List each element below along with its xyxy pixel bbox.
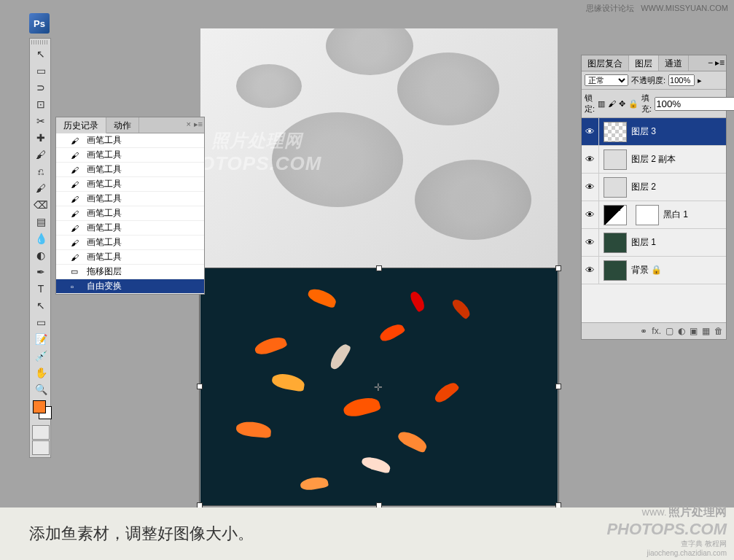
tab-actions[interactable]: 动作 xyxy=(106,117,139,133)
layer-name-label[interactable]: 图层 1 xyxy=(631,236,726,249)
blur-tool[interactable]: 💧 xyxy=(32,230,50,246)
zoom-tool[interactable]: 🔍 xyxy=(32,381,50,397)
adjustment-layer-icon[interactable]: ◐ xyxy=(678,326,685,336)
visibility-eye-icon[interactable]: 👁 xyxy=(582,201,599,228)
history-items-list: 🖌画笔工具🖌画笔工具🖌画笔工具🖌画笔工具🖌画笔工具🖌画笔工具🖌画笔工具🖌画笔工具… xyxy=(56,133,204,294)
visibility-eye-icon[interactable]: 👁 xyxy=(582,118,599,145)
panel-menu-icon[interactable]: ▸≡ xyxy=(715,58,725,68)
layer-mask-thumbnail[interactable] xyxy=(636,205,659,225)
document-canvas[interactable]: WWW. 照片处理网 PHOTOPS.COM ✛ xyxy=(200,28,558,506)
tab-channels[interactable]: 通道 xyxy=(659,55,689,71)
fill-input[interactable] xyxy=(655,97,734,111)
history-item[interactable]: 🖌画笔工具 xyxy=(56,177,204,192)
layer-thumbnail[interactable] xyxy=(604,122,627,142)
layer-row[interactable]: 👁黑白 1 xyxy=(582,201,726,229)
layer-thumbnail[interactable] xyxy=(604,149,627,170)
layer-name-label[interactable]: 图层 2 xyxy=(631,181,726,193)
eyedropper-tool[interactable]: 💉 xyxy=(32,348,50,364)
history-item[interactable]: 🖌画笔工具 xyxy=(56,163,204,177)
visibility-eye-icon[interactable]: 👁 xyxy=(582,229,599,256)
history-item[interactable]: 🖌画笔工具 xyxy=(56,192,204,206)
notes-tool[interactable]: 📝 xyxy=(32,331,50,347)
opacity-input[interactable] xyxy=(668,74,695,86)
layer-row[interactable]: 👁背景 🔒 xyxy=(582,257,726,284)
history-item[interactable]: 🖌画笔工具 xyxy=(56,133,204,148)
link-layers-icon[interactable]: ⚭ xyxy=(640,326,647,336)
layers-lock-row: 锁定: ▥ 🖌 ✥ 🔒 填充: ▸ xyxy=(582,90,726,118)
foreground-color-swatch[interactable] xyxy=(33,400,46,413)
slice-tool[interactable]: ✂ xyxy=(32,113,50,129)
layer-mask-icon[interactable]: ▢ xyxy=(665,326,674,336)
lock-pixels-icon[interactable]: 🖌 xyxy=(608,99,616,108)
blend-mode-select[interactable]: 正常 xyxy=(585,74,628,86)
history-panel: 历史记录 动作 × ▸≡ 🖌画笔工具🖌画笔工具🖌画笔工具🖌画笔工具🖌画笔工具🖌画… xyxy=(55,117,205,295)
lock-position-icon[interactable]: ✥ xyxy=(619,99,625,109)
layer-thumbnail[interactable] xyxy=(604,205,627,225)
panel-grip[interactable] xyxy=(31,40,49,44)
lock-transparency-icon[interactable]: ▥ xyxy=(598,99,605,109)
layer-name-label[interactable]: 图层 2 副本 xyxy=(631,153,726,166)
screen-mode-toggle[interactable] xyxy=(32,440,50,455)
layer-row[interactable]: 👁图层 2 xyxy=(582,174,726,201)
lasso-tool[interactable]: ⊃ xyxy=(32,79,50,96)
layers-panel-buttons: ⚭ fx. ▢ ◐ ▣ ▦ 🗑 xyxy=(582,322,726,339)
visibility-eye-icon[interactable]: 👁 xyxy=(582,174,599,201)
layer-group-icon[interactable]: ▣ xyxy=(690,326,698,336)
visibility-eye-icon[interactable]: 👁 xyxy=(582,146,599,173)
layer-row[interactable]: 👁图层 2 副本 xyxy=(582,146,726,174)
panel-menu-icon[interactable]: ▸≡ xyxy=(194,120,203,129)
history-item[interactable]: 🖌画笔工具 xyxy=(56,206,204,221)
photoshop-app-icon: Ps xyxy=(29,13,50,34)
layer-style-icon[interactable]: fx. xyxy=(652,326,661,336)
hand-tool[interactable]: ✋ xyxy=(32,365,50,381)
chevron-right-icon[interactable]: ▸ xyxy=(698,76,702,85)
history-item[interactable]: ▭拖移图层 xyxy=(56,265,204,279)
history-item[interactable]: 🖌画笔工具 xyxy=(56,148,204,163)
history-item[interactable]: ▫自由变换 xyxy=(56,279,204,294)
layer-name-label[interactable]: 背景 🔒 xyxy=(631,264,726,276)
path-selection-tool[interactable]: ↖ xyxy=(32,298,50,314)
lock-all-icon[interactable]: 🔒 xyxy=(628,99,639,109)
brush-tool[interactable]: 🖌 xyxy=(32,147,50,163)
history-item-label: 画笔工具 xyxy=(87,163,122,176)
layer-list: 👁图层 3👁图层 2 副本👁图层 2👁黑白 1👁图层 1👁背景 🔒 xyxy=(582,118,726,322)
tab-layer-comps[interactable]: 图层复合 xyxy=(582,55,629,71)
brush-icon: 🖌 xyxy=(71,179,82,190)
eraser-tool[interactable]: ⌫ xyxy=(32,197,50,213)
credit-url: WWW.MISSYUAN.COM xyxy=(641,4,728,12)
layer-thumbnail[interactable] xyxy=(604,177,627,198)
move-tool[interactable]: ↖ xyxy=(32,46,50,62)
new-layer-icon[interactable]: ▦ xyxy=(702,326,710,336)
tab-history[interactable]: 历史记录 xyxy=(56,117,106,133)
brush-icon: 🖌 xyxy=(71,223,82,233)
layer-name-label[interactable]: 图层 3 xyxy=(631,125,726,138)
type-tool[interactable]: T xyxy=(32,281,50,297)
dodge-tool[interactable]: ◐ xyxy=(32,247,50,263)
crop-tool[interactable]: ⊡ xyxy=(32,96,50,112)
layer-name-label[interactable]: 黑白 1 xyxy=(663,209,726,221)
shape-tool[interactable]: ▭ xyxy=(32,314,50,330)
layer-thumbnail[interactable] xyxy=(604,233,627,253)
history-item[interactable]: 🖌画笔工具 xyxy=(56,250,204,265)
layer-thumbnail[interactable] xyxy=(604,260,627,281)
clone-stamp-tool[interactable]: ⎌ xyxy=(32,163,50,179)
visibility-eye-icon[interactable]: 👁 xyxy=(582,257,599,284)
brush-icon: 🖌 xyxy=(71,209,82,219)
gradient-tool[interactable]: ▤ xyxy=(32,214,50,230)
pen-tool[interactable]: ✒ xyxy=(32,264,50,280)
close-icon[interactable]: × xyxy=(187,120,191,128)
history-brush-tool[interactable]: 🖌 xyxy=(32,180,50,196)
marquee-tool[interactable]: ▭ xyxy=(32,63,50,79)
brush-icon: 🖌 xyxy=(71,238,82,248)
delete-layer-icon[interactable]: 🗑 xyxy=(714,326,723,336)
healing-brush-tool[interactable]: ✚ xyxy=(32,130,50,146)
history-item[interactable]: 🖌画笔工具 xyxy=(56,221,204,236)
tab-layers[interactable]: 图层 xyxy=(629,55,659,71)
quick-mask-toggle[interactable] xyxy=(32,425,50,440)
layer-row[interactable]: 👁图层 3 xyxy=(582,118,726,146)
lock-label: 锁定: xyxy=(585,93,595,114)
history-item-label: 画笔工具 xyxy=(87,207,122,219)
minimize-icon[interactable]: − xyxy=(708,58,713,68)
layer-row[interactable]: 👁图层 1 xyxy=(582,229,726,257)
history-item[interactable]: 🖌画笔工具 xyxy=(56,236,204,250)
